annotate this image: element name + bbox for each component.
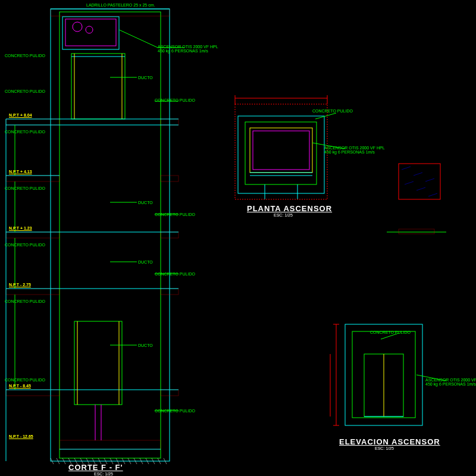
label-ladrillo: LADRILLO PASTELERO 25 x 25 cm.: [86, 3, 155, 7]
svg-line-88: [405, 181, 414, 184]
svg-line-89: [416, 187, 425, 190]
svg-rect-92: [399, 229, 434, 234]
svg-rect-33: [74, 321, 122, 405]
label-concreto-r4: CONCRETO PULIDO: [155, 409, 195, 413]
label-concreto-r2: CONCRETO PULIDO: [155, 212, 195, 217]
label-concreto-r1: CONCRETO PULIDO: [155, 98, 195, 102]
label-concreto-1: CONCRETO PULIDO: [5, 54, 45, 58]
level-npt-413: N.P.T + 4.13: [9, 170, 32, 174]
level-npt-123: N.P.T + 1.23: [9, 226, 32, 230]
svg-point-7: [86, 26, 93, 33]
label-ducto-3: DUCTO: [138, 260, 153, 264]
label-ducto-4: DUCTO: [138, 343, 153, 347]
svg-rect-71: [245, 122, 317, 184]
level-npt-275: N.P.T - 2.75: [9, 283, 31, 287]
label-concreto-planta: CONCRETO PULIDO: [312, 109, 353, 113]
label-concreto-2: CONCRETO PULIDO: [5, 89, 45, 93]
label-concreto-4: CONCRETO PULIDO: [5, 186, 45, 190]
title-elevacion: ELEVACION ASCENSOR: [339, 437, 440, 446]
svg-line-87: [425, 178, 434, 181]
svg-rect-12: [6, 119, 60, 125]
label-concreto-5: CONCRETO PULIDO: [5, 243, 45, 247]
svg-rect-2: [51, 9, 170, 16]
label-ascensor-spec-1: ASCENSOR OTIS 2000 VF HPL 450 kg 6 PERSO…: [158, 45, 218, 53]
svg-rect-8: [71, 54, 125, 119]
level-npt-804: N.P.T + 8.04: [9, 113, 32, 117]
svg-rect-78: [235, 104, 327, 199]
label-ducto-2: DUCTO: [138, 201, 153, 205]
svg-rect-16: [6, 232, 60, 238]
label-ducto-1: DUCTO: [138, 76, 153, 80]
cad-drawing: [0, 0, 476, 476]
svg-line-86: [414, 173, 422, 176]
svg-rect-18: [6, 289, 60, 295]
detail-hatch: [387, 164, 446, 234]
svg-rect-72: [250, 128, 312, 173]
svg-rect-5: [65, 19, 116, 46]
title-planta: PLANTA ASCENSOR: [247, 204, 332, 213]
svg-line-90: [428, 193, 437, 196]
label-ascensor-planta: ASCENSOR OTIS 2000 VF HPL 450 kg 6 PERSO…: [324, 146, 385, 154]
title-corte: CORTE F - F': [68, 463, 123, 472]
scale-planta: ESC: 1/25: [274, 213, 293, 217]
label-ascensor-elev: ASCENSOR OTIS 2000 VF HPL 450 kg 6 PERSO…: [425, 378, 476, 386]
svg-rect-84: [399, 164, 440, 199]
label-concreto-r3: CONCRETO PULIDO: [155, 272, 195, 276]
svg-rect-20: [6, 390, 60, 396]
label-concreto-6: CONCRETO PULIDO: [5, 299, 45, 303]
label-concreto-elev: CONCRETO PULIDO: [370, 330, 411, 334]
svg-line-85: [402, 167, 411, 170]
level-npt-845: N.P.T - 8.45: [9, 384, 31, 388]
svg-rect-73: [253, 131, 309, 170]
scale-corte: ESC: 1/25: [94, 472, 113, 476]
svg-point-6: [73, 22, 82, 32]
section-corte: [6, 9, 184, 464]
label-concreto-7: CONCRETO PULIDO: [5, 378, 45, 382]
svg-line-60: [119, 30, 158, 48]
label-concreto-3: CONCRETO PULIDO: [5, 130, 45, 134]
svg-rect-38: [60, 440, 161, 449]
svg-rect-14: [6, 176, 60, 181]
scale-elevacion: ESC: 1/25: [375, 446, 394, 450]
section-elevacion: [330, 324, 446, 425]
level-npt-1265: N.P.T - 12.65: [9, 434, 33, 439]
